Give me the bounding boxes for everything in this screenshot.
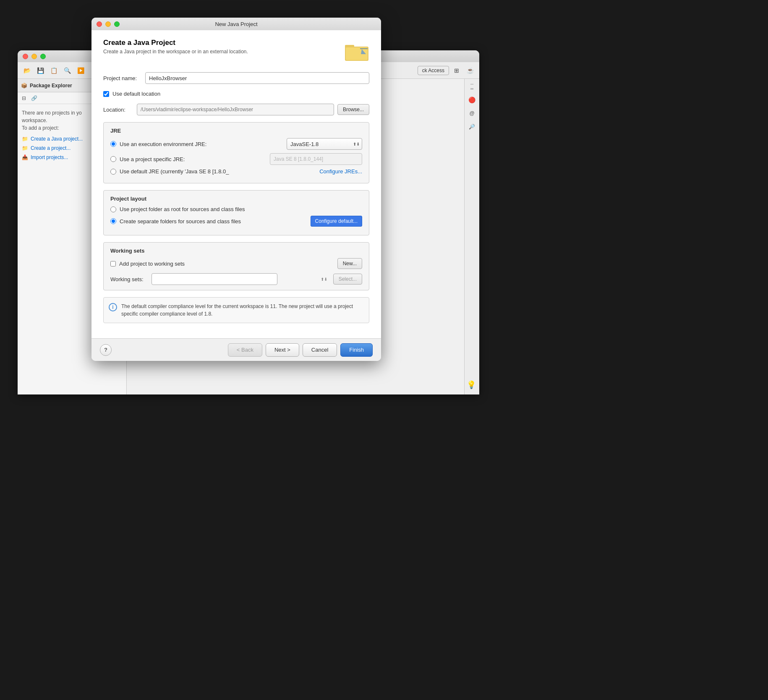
eclipse-right-panel: ─═ 🔴 @ 🔎 💡 bbox=[464, 79, 479, 394]
sidebar-link-label: Import projects... bbox=[31, 154, 68, 161]
modal-header-title: Create a Java Project bbox=[103, 39, 248, 47]
collapse-all-btn[interactable]: ⊟ bbox=[19, 94, 29, 103]
jre-execution-env-label: Use an execution environment JRE: bbox=[120, 141, 283, 147]
sidebar-link-label: Create a Java project... bbox=[31, 135, 83, 143]
project-icon: 📁 bbox=[22, 144, 28, 152]
working-sets-select[interactable] bbox=[152, 273, 277, 285]
maximize-button[interactable] bbox=[40, 54, 46, 59]
sidebar-link-label: Create a project... bbox=[31, 144, 71, 152]
jre-default-row: Use default JRE (currently 'Java SE 8 [1… bbox=[110, 168, 362, 175]
layout-project-root-radio[interactable] bbox=[110, 206, 116, 212]
layout-separate-folders-label: Create separate folders for sources and … bbox=[120, 218, 307, 225]
svg-rect-3 bbox=[360, 48, 368, 49]
working-sets-label: Working sets: bbox=[110, 276, 148, 282]
layout-separate-folders-row: Create separate folders for sources and … bbox=[110, 216, 362, 227]
minimize-button[interactable] bbox=[31, 54, 37, 59]
add-working-sets-label: Add project to working sets bbox=[119, 261, 334, 267]
working-sets-select-row: Working sets: ⬆⬇ Select... bbox=[110, 273, 362, 285]
configure-default-button[interactable]: Configure default... bbox=[311, 216, 362, 227]
jre-env-select[interactable]: JavaSE-1.8 bbox=[287, 138, 362, 150]
modal-minimize-button[interactable] bbox=[105, 21, 111, 27]
new-working-set-button[interactable]: New... bbox=[337, 258, 362, 269]
finish-button[interactable]: Finish bbox=[340, 343, 373, 357]
right-panel-btn-3[interactable]: @ bbox=[466, 107, 478, 119]
jre-execution-env-radio[interactable] bbox=[110, 141, 116, 147]
modal-close-button[interactable] bbox=[97, 21, 102, 27]
project-name-label: Project name: bbox=[103, 75, 145, 81]
toolbar-copy-btn[interactable]: 📋 bbox=[48, 65, 60, 76]
close-button[interactable] bbox=[23, 54, 28, 59]
jre-default-radio[interactable] bbox=[110, 169, 116, 175]
new-java-project-dialog: New Java Project Create a Java Project C… bbox=[91, 18, 381, 361]
project-name-input[interactable] bbox=[145, 72, 369, 84]
project-name-group: Project name: bbox=[103, 72, 369, 84]
use-default-location-checkbox[interactable] bbox=[103, 91, 109, 97]
java-project-icon: 📁 bbox=[22, 135, 28, 143]
add-working-sets-row: Add project to working sets New... bbox=[110, 258, 362, 269]
jre-specific-select[interactable]: Java SE 8 [1.8.0_144] bbox=[270, 153, 362, 165]
modal-header-section: Create a Java Project Create a Java proj… bbox=[103, 39, 369, 64]
info-icon: i bbox=[109, 303, 117, 311]
jre-select-wrapper: JavaSE-1.8 ⬆⬇ bbox=[287, 138, 362, 150]
jre-default-label: Use default JRE (currently 'Java SE 8 [1… bbox=[120, 168, 316, 175]
layout-project-root-label: Use project folder as root for sources a… bbox=[120, 206, 362, 212]
project-layout-section: Project layout Use project folder as roo… bbox=[103, 190, 369, 235]
help-button[interactable]: ? bbox=[100, 344, 112, 356]
right-panel-btn-4[interactable]: 🔎 bbox=[466, 121, 478, 133]
working-sets-arrow-icon: ⬆⬇ bbox=[321, 277, 327, 282]
browse-button[interactable]: Browse... bbox=[337, 104, 369, 115]
panel-title: Package Explorer bbox=[30, 83, 72, 89]
working-sets-select-wrapper: ⬆⬇ bbox=[152, 273, 330, 285]
configure-jres-link[interactable]: Configure JREs... bbox=[319, 168, 362, 175]
link-with-editor-btn[interactable]: 🔗 bbox=[29, 94, 39, 103]
project-layout-title: Project layout bbox=[110, 196, 362, 202]
right-panel-btn-1[interactable]: ─═ bbox=[466, 81, 478, 92]
toolbar-access-btn[interactable]: ck Access bbox=[418, 66, 449, 75]
info-box: i The default compiler compliance level … bbox=[103, 297, 369, 323]
location-group: Location: Browse... bbox=[103, 104, 369, 115]
back-button[interactable]: < Back bbox=[228, 343, 262, 357]
add-working-sets-checkbox[interactable] bbox=[110, 261, 116, 266]
lightbulb-icon: 💡 bbox=[467, 380, 476, 389]
jre-project-specific-radio[interactable] bbox=[110, 156, 116, 162]
info-text: The default compiler compliance level fo… bbox=[121, 303, 364, 318]
layout-project-root-row: Use project folder as root for sources a… bbox=[110, 206, 362, 212]
modal-folder-icon bbox=[344, 39, 369, 64]
right-panel-btn-2[interactable]: 🔴 bbox=[466, 94, 478, 106]
toolbar-run-btn[interactable]: ▶️ bbox=[75, 65, 86, 76]
modal-titlebar: New Java Project bbox=[91, 18, 381, 30]
modal-body: Create a Java Project Create a Java proj… bbox=[91, 30, 381, 338]
toolbar-perspectives-btn[interactable]: ⊞ bbox=[451, 65, 462, 76]
location-label: Location: bbox=[103, 107, 133, 113]
working-sets-section: Working sets Add project to working sets… bbox=[103, 242, 369, 290]
jre-execution-env-row: Use an execution environment JRE: JavaSE… bbox=[110, 138, 362, 150]
use-default-location-label: Use default location bbox=[112, 91, 160, 97]
modal-footer: ? < Back Next > Cancel Finish bbox=[91, 338, 381, 361]
package-icon: 📦 bbox=[21, 83, 27, 89]
location-input[interactable] bbox=[137, 104, 334, 115]
jre-section-title: JRE bbox=[110, 128, 362, 134]
modal-maximize-button[interactable] bbox=[114, 21, 120, 27]
next-button[interactable]: Next > bbox=[266, 343, 299, 357]
toolbar-new-btn[interactable]: 📂 bbox=[21, 65, 33, 76]
toolbar-java-btn[interactable]: ☕ bbox=[464, 65, 476, 76]
cancel-button[interactable]: Cancel bbox=[303, 343, 337, 357]
jre-project-specific-row: Use a project specific JRE: Java SE 8 [1… bbox=[110, 153, 362, 165]
footer-buttons: < Back Next > Cancel Finish bbox=[228, 343, 373, 357]
toolbar-search-btn[interactable]: 🔍 bbox=[61, 65, 73, 76]
toolbar-save-btn[interactable]: 💾 bbox=[34, 65, 46, 76]
modal-header-subtitle: Create a Java project in the workspace o… bbox=[103, 49, 248, 55]
jre-project-specific-label: Use a project specific JRE: bbox=[120, 156, 266, 162]
layout-separate-folders-radio[interactable] bbox=[110, 218, 116, 224]
use-default-location-row: Use default location bbox=[103, 91, 369, 97]
modal-header-text: Create a Java Project Create a Java proj… bbox=[103, 39, 248, 55]
jre-section: JRE Use an execution environment JRE: Ja… bbox=[103, 122, 369, 183]
select-working-set-button[interactable]: Select... bbox=[333, 274, 362, 285]
working-sets-title: Working sets bbox=[110, 248, 362, 254]
import-icon: 📥 bbox=[22, 154, 28, 161]
modal-title: New Java Project bbox=[215, 21, 257, 27]
